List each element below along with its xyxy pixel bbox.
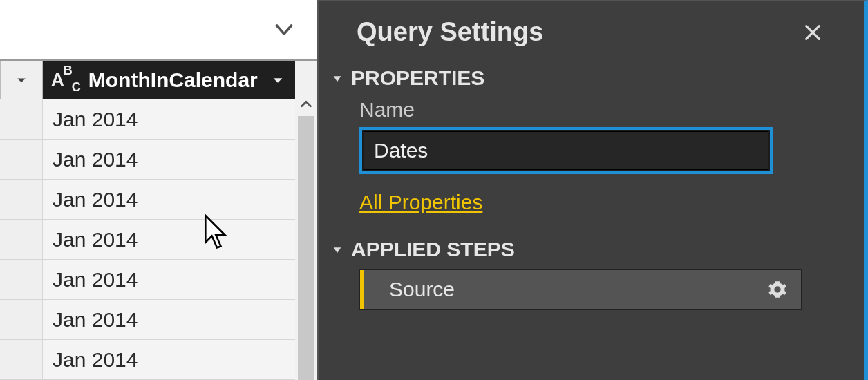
step-name: Source (364, 278, 768, 301)
cell-value[interactable]: Jan 2014 (43, 220, 295, 259)
gear-icon[interactable] (768, 280, 801, 299)
row-number-cell (0, 260, 43, 299)
column-header[interactable]: ABC MonthInCalendar (0, 61, 295, 99)
panel-title: Query Settings (357, 17, 543, 47)
table-row[interactable]: Jan 2014 (0, 99, 295, 140)
close-button[interactable] (802, 21, 824, 44)
cell-value[interactable]: Jan 2014 (43, 140, 295, 179)
table-row[interactable]: Jan 2014 (0, 340, 295, 380)
collapse-icon[interactable] (332, 73, 344, 84)
table-row[interactable]: Jan 2014 (0, 180, 295, 220)
formula-dropdown-icon[interactable] (272, 17, 296, 42)
cell-value[interactable]: Jan 2014 (43, 300, 295, 339)
table-row[interactable]: Jan 2014 (0, 300, 295, 340)
applied-steps-section: APPLIED STEPS Source (319, 231, 864, 310)
cell-value[interactable]: Jan 2014 (43, 99, 295, 139)
table-row[interactable]: Jan 2014 (0, 140, 295, 180)
column-name[interactable]: MonthInCalendar (88, 68, 261, 92)
collapse-icon[interactable] (332, 244, 344, 255)
column-filter-icon[interactable] (261, 73, 295, 88)
scroll-up-icon[interactable] (295, 61, 317, 112)
scrollbar-thumb[interactable] (298, 116, 314, 380)
cell-value[interactable]: Jan 2014 (43, 340, 295, 379)
vertical-scrollbar[interactable] (295, 61, 317, 380)
row-number-cell (0, 99, 43, 139)
cell-value[interactable]: Jan 2014 (43, 180, 295, 219)
all-properties-link[interactable]: All Properties (359, 191, 482, 214)
table-row[interactable]: Jan 2014 (0, 260, 295, 300)
properties-section: PROPERTIES Name All Properties (319, 59, 864, 231)
cell-value[interactable]: Jan 2014 (43, 260, 295, 299)
applied-steps-header[interactable]: APPLIED STEPS (332, 238, 842, 261)
row-number-cell (0, 180, 43, 219)
data-grid-pane: ABC MonthInCalendar Jan 2014 Jan 2014 (0, 0, 319, 380)
table-row[interactable]: Jan 2014 (0, 220, 295, 260)
applied-steps-label: APPLIED STEPS (351, 238, 515, 261)
row-number-cell (0, 140, 43, 179)
rownum-filter-icon[interactable] (15, 73, 28, 87)
applied-step[interactable]: Source (359, 269, 802, 310)
query-name-input[interactable] (364, 131, 768, 170)
row-number-cell (0, 340, 43, 379)
formula-bar[interactable] (0, 0, 317, 61)
query-settings-panel: Query Settings PROPERTIES Name All Prope… (319, 0, 868, 380)
datatype-text-icon[interactable]: ABC (51, 68, 80, 93)
name-input-wrapper (359, 127, 773, 174)
properties-label: PROPERTIES (351, 66, 484, 90)
name-label: Name (359, 98, 842, 122)
row-number-cell (0, 300, 43, 339)
row-number-header[interactable] (0, 61, 43, 99)
row-number-cell (0, 220, 43, 259)
properties-header[interactable]: PROPERTIES (332, 66, 842, 90)
data-rows: Jan 2014 Jan 2014 Jan 2014 Jan 2014 (0, 99, 295, 380)
